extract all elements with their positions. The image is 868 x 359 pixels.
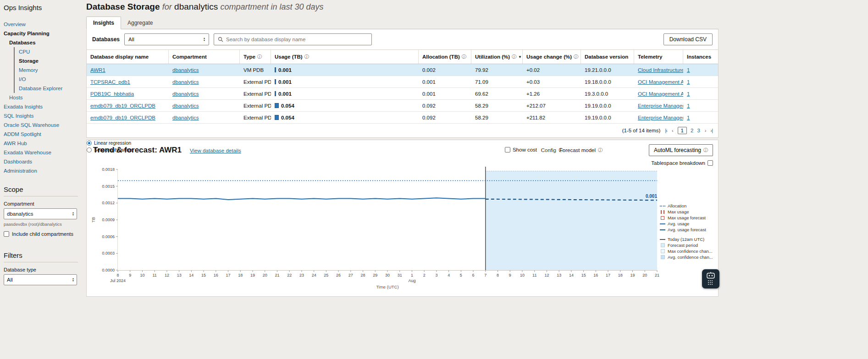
info-icon[interactable]: ⓘ	[574, 54, 578, 60]
tab-aggregate[interactable]: Aggregate	[121, 17, 159, 29]
sidebar-item-hosts[interactable]: Hosts	[0, 93, 82, 102]
compartment-link[interactable]: dbanalytics	[172, 91, 199, 97]
column-header-database-display-name[interactable]: Database display name	[87, 50, 169, 64]
radio-icon[interactable]	[87, 147, 92, 152]
instances-link[interactable]: 1	[687, 103, 690, 109]
sidebar-item-sql-insights[interactable]: SQL Insights	[0, 111, 82, 120]
compartment-link[interactable]: dbanalytics	[172, 79, 199, 85]
column-label: Allocation (TB)	[422, 54, 460, 60]
prev-page-icon[interactable]: ‹	[672, 128, 673, 133]
table-row[interactable]: AWR1dbanalyticsVM PDB0.0010.00279.92+0.0…	[87, 64, 718, 76]
compartment-link[interactable]: dbanalytics	[172, 115, 199, 120]
info-icon[interactable]: ⓘ	[598, 147, 603, 153]
info-icon[interactable]: ⓘ	[304, 54, 309, 60]
last-page-icon[interactable]: ›|	[710, 128, 713, 133]
database-name-link[interactable]: AWR1	[90, 67, 105, 73]
tablespace-breakdown-checkbox[interactable]	[708, 160, 713, 166]
tab-insights[interactable]: Insights	[86, 16, 121, 29]
instances-link[interactable]: 1	[687, 91, 690, 97]
svg-text:22: 22	[287, 273, 292, 277]
sidebar-item-i-o[interactable]: I/O	[14, 75, 82, 84]
table-row[interactable]: emdb079_db19_ORCLPDBdbanalyticsExternal …	[87, 112, 718, 124]
svg-text:24: 24	[312, 273, 316, 277]
first-page-icon[interactable]: |‹	[665, 128, 667, 133]
table-row[interactable]: PDB19C_hbbhatiadbanalyticsExternal PDB0.…	[87, 88, 718, 100]
column-header-usage-change[interactable]: Usage change (%)ⓘ	[523, 50, 581, 64]
sidebar-item-capacity-planning[interactable]: Capacity Planning	[0, 29, 82, 38]
forecast-model-option-linear-regression[interactable]: Linear regression	[87, 140, 718, 146]
info-icon[interactable]: ⓘ	[512, 54, 516, 60]
column-header-database-version[interactable]: Database version	[581, 50, 634, 64]
assistant-launcher-button[interactable]	[702, 269, 719, 288]
show-cost-checkbox[interactable]	[505, 147, 510, 152]
radio-icon[interactable]	[87, 141, 92, 146]
next-page-icon[interactable]: ›	[705, 128, 706, 133]
sidebar-item-administration[interactable]: Administration	[0, 166, 82, 175]
include-child-compartments-row[interactable]: Include child compartments	[0, 227, 82, 241]
sidebar-item-oracle-sql-warehouse[interactable]: Oracle SQL Warehouse	[0, 120, 82, 130]
svg-text:21: 21	[275, 273, 279, 277]
telemetry-link[interactable]: Enterprise Manager	[638, 115, 683, 120]
info-icon[interactable]: ⓘ	[257, 54, 262, 60]
instances-link[interactable]: 1	[687, 67, 690, 73]
svg-text:5: 5	[460, 273, 462, 277]
compartment-select-value: dbanalytics	[7, 211, 33, 217]
sidebar-item-overview[interactable]: Overview	[0, 20, 82, 29]
table-row[interactable]: emdb079_db19_ORCLPDBdbanalyticsExternal …	[87, 100, 718, 112]
legend-item-max-usage: Max usage	[659, 209, 714, 215]
sidebar-item-database-explorer[interactable]: Database Explorer	[14, 84, 82, 93]
database-name-link[interactable]: emdb079_db19_ORCLPDB	[90, 115, 155, 120]
page-3[interactable]: 3	[697, 128, 700, 133]
radio-label: Linear regression	[94, 140, 131, 146]
database-name-link[interactable]: TCPSRAC_pdb1	[90, 79, 130, 85]
sidebar-item-cpu[interactable]: CPU	[14, 47, 82, 56]
telemetry-link[interactable]: OCI Management Agent	[638, 79, 683, 85]
legend-item-avg-confidence-chan: Avg. confidence chan...	[659, 254, 714, 260]
databases-filter-select[interactable]: All ▴▾	[124, 33, 209, 45]
database-type-select[interactable]: All ▴▾	[4, 274, 77, 285]
sidebar-item-awr-hub[interactable]: AWR Hub	[0, 139, 82, 148]
sidebar-item-exadata-insights[interactable]: Exadata Insights	[0, 102, 82, 111]
column-header-allocation-tb[interactable]: Allocation (TB)ⓘ	[419, 50, 471, 64]
database-name-link[interactable]: emdb079_db19_ORCLPDB	[90, 103, 155, 109]
sidebar-item-addm-spotlight[interactable]: ADDM Spotlight	[0, 130, 82, 139]
usage-cell: 0.001	[271, 91, 419, 97]
column-header-utilization[interactable]: Utilization (%)ⓘ▼	[471, 50, 523, 64]
instances-link[interactable]: 1	[687, 115, 690, 120]
search-input[interactable]	[226, 37, 368, 42]
compartment-link[interactable]: dbanalytics	[172, 103, 199, 109]
download-csv-button[interactable]: Download CSV	[663, 33, 713, 45]
info-icon[interactable]: ⓘ	[462, 54, 466, 60]
sidebar-item-storage[interactable]: Storage	[14, 56, 82, 65]
telemetry-link[interactable]: Enterprise Manager	[638, 103, 683, 109]
column-header-telemetry[interactable]: Telemetry	[634, 50, 683, 64]
legend-item-avg-usage: Avg. usage	[659, 221, 714, 227]
column-header-type[interactable]: Typeⓘ	[240, 50, 271, 64]
compartment-link[interactable]: dbanalytics	[172, 67, 199, 73]
sidebar-item-databases[interactable]: Databases	[0, 38, 82, 47]
sidebar-item-exadata-warehouse[interactable]: Exadata Warehouse	[0, 148, 82, 157]
telemetry-link[interactable]: Cloud Infrastructure	[638, 67, 683, 73]
telemetry-link[interactable]: OCI Management Agent	[638, 91, 683, 97]
column-label: Instances	[687, 54, 711, 60]
automl-forecasting-button[interactable]: AutoML forecasting ⓘ	[649, 144, 713, 156]
sort-desc-icon[interactable]: ▼	[518, 55, 522, 59]
instances-link[interactable]: 1	[687, 79, 690, 85]
column-header-usage-tb[interactable]: Usage (TB)ⓘ	[271, 50, 419, 64]
column-header-instances[interactable]: Instances	[683, 50, 718, 64]
sidebar-item-memory[interactable]: Memory	[14, 65, 82, 75]
search-box[interactable]	[214, 33, 372, 45]
page-1-current[interactable]: 1	[678, 127, 687, 134]
avg-usage-forecast-symbol	[659, 229, 666, 230]
page-2[interactable]: 2	[691, 128, 693, 133]
table-row[interactable]: TCPSRAC_pdb1dbanalyticsExternal PDB0.001…	[87, 76, 718, 88]
svg-text:19: 19	[630, 273, 635, 277]
compartment-select[interactable]: dbanalytics ▴▾	[4, 208, 77, 219]
include-child-compartments-checkbox[interactable]	[4, 231, 9, 237]
page-title-main: Database Storage	[86, 2, 160, 11]
show-cost-control[interactable]: Show cost	[505, 147, 537, 152]
database-name-link[interactable]: PDB19C_hbbhatia	[90, 91, 134, 97]
view-database-details-link[interactable]: View database details	[190, 148, 241, 153]
sidebar-item-dashboards[interactable]: Dashboards	[0, 157, 82, 166]
column-header-compartment[interactable]: Compartment	[169, 50, 240, 64]
